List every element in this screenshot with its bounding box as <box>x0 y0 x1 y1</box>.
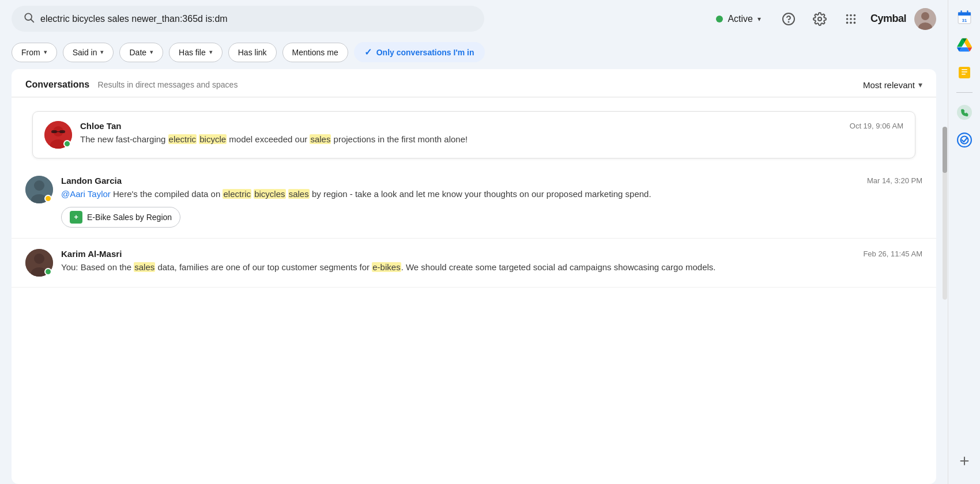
conv-name-1: Chloe Tan <box>80 121 121 131</box>
svg-point-10 <box>854 18 856 20</box>
right-sidebar: 31 <box>948 0 980 484</box>
svg-point-6 <box>850 14 852 16</box>
avatar-wrap-3 <box>25 249 53 277</box>
avatar-wrap-2 <box>25 176 53 203</box>
sort-label: Most relevant <box>863 80 915 90</box>
filter-from-button[interactable]: From ▾ <box>12 43 57 62</box>
grid-button[interactable] <box>839 7 862 31</box>
svg-rect-20 <box>51 130 57 133</box>
status-pill[interactable]: Active ▾ <box>708 10 769 28</box>
highlight-sales-1: sales <box>310 134 331 144</box>
conv-body-2: Landon Garcia Mar 14, 3:20 PM @Aari Tayl… <box>61 176 922 228</box>
conversation-item-2[interactable]: Landon Garcia Mar 14, 3:20 PM @Aari Tayl… <box>12 165 936 239</box>
sort-control[interactable]: Most relevant ▾ <box>863 80 922 90</box>
scrollbar-thumb[interactable] <box>943 127 947 173</box>
svg-rect-38 <box>962 74 966 75</box>
svg-point-39 <box>957 105 972 120</box>
sidebar-divider-1 <box>956 92 973 93</box>
filter-has-link-button[interactable]: Has link <box>228 43 277 62</box>
sidebar-drive-icon[interactable] <box>953 33 976 56</box>
avatar-status-3 <box>44 268 52 275</box>
results-section: Conversations Results in direct messages… <box>12 69 936 484</box>
results-header: Conversations Results in direct messages… <box>12 69 936 97</box>
filter-has-file-chevron-icon: ▾ <box>209 48 213 56</box>
svg-rect-21 <box>59 130 65 133</box>
sidebar-tasks-icon[interactable] <box>953 128 976 152</box>
highlight-bicycle-1: bicycle <box>199 134 227 144</box>
avatar-status-2 <box>44 195 52 202</box>
conv-message-2: @Aari Taylor Here's the compiled data on… <box>61 188 922 201</box>
filter-active-check-icon: ✓ <box>364 47 372 58</box>
conv-top-1: Chloe Tan Oct 19, 9:06 AM <box>80 121 903 131</box>
filter-date-chevron-icon: ▾ <box>150 48 153 56</box>
highlight-sales-2: sales <box>288 189 310 199</box>
scrollbar-track[interactable] <box>943 127 947 300</box>
settings-button[interactable] <box>808 7 831 31</box>
filter-has-link-label: Has link <box>238 48 267 57</box>
sidebar-keep-icon[interactable] <box>953 61 976 84</box>
results-title-area: Conversations Results in direct messages… <box>25 80 238 90</box>
svg-point-15 <box>921 12 929 20</box>
conv-top-2: Landon Garcia Mar 14, 3:20 PM <box>61 176 922 186</box>
search-bar[interactable]: electric bicycles sales newer_than:365d … <box>12 6 484 32</box>
filter-mentions-me-button[interactable]: Mentions me <box>282 43 348 62</box>
user-avatar[interactable] <box>914 8 936 30</box>
svg-point-12 <box>850 21 852 24</box>
conv-time-3: Feb 26, 11:45 AM <box>863 249 922 258</box>
svg-rect-35 <box>959 67 970 78</box>
svg-text:31: 31 <box>962 18 966 23</box>
svg-point-11 <box>846 21 849 24</box>
svg-point-27 <box>34 254 44 264</box>
avatar-status-1 <box>63 140 71 148</box>
filter-has-file-button[interactable]: Has file ▾ <box>169 43 223 62</box>
svg-point-3 <box>788 21 789 22</box>
filter-mentions-me-label: Mentions me <box>292 48 338 57</box>
conv-message-1: The new fast-charging electric bicycle m… <box>80 133 903 146</box>
sidebar-meet-icon[interactable] <box>953 101 976 124</box>
svg-rect-36 <box>962 69 967 70</box>
highlight-sales-3: sales <box>134 262 155 272</box>
help-button[interactable] <box>777 7 800 31</box>
svg-point-40 <box>958 133 971 147</box>
conv-message-3: You: Based on the sales data, families a… <box>61 261 922 274</box>
results-subtitle: Results in direct messages and spaces <box>98 80 238 89</box>
status-dot <box>716 16 723 22</box>
conv-top-3: Karim Al-Masri Feb 26, 11:45 AM <box>61 249 922 259</box>
conv-time-2: Mar 14, 3:20 PM <box>867 176 922 185</box>
avatar-wrap-1 <box>44 121 72 149</box>
sort-chevron-icon: ▾ <box>918 80 922 89</box>
sidebar-calendar-icon[interactable]: 31 <box>953 6 976 29</box>
svg-rect-37 <box>962 71 967 73</box>
status-chevron-icon: ▾ <box>757 15 761 23</box>
filter-said-in-label: Said in <box>73 48 97 57</box>
header: electric bicycles sales newer_than:365d … <box>0 0 948 37</box>
highlight-bicycles-2: bicycles <box>254 189 285 199</box>
conv-name-2: Landon Garcia <box>61 176 122 186</box>
search-icon <box>23 12 35 26</box>
filter-from-chevron-icon: ▾ <box>44 48 47 56</box>
highlight-electric-2: electric <box>223 189 251 199</box>
filter-conversations-im-in-button[interactable]: ✓ Only conversations I'm in <box>354 42 485 62</box>
filter-bar: From ▾ Said in ▾ Date ▾ Has file ▾ Has l… <box>0 37 948 69</box>
highlight-ebikes-3: e-bikes <box>372 262 401 272</box>
svg-point-7 <box>854 14 856 16</box>
results-title: Conversations <box>25 80 89 89</box>
status-label: Active <box>728 14 753 24</box>
conversation-item-1[interactable]: Chloe Tan Oct 19, 9:06 AM The new fast-c… <box>32 111 915 158</box>
svg-point-5 <box>846 14 849 16</box>
attachment-pill-ebike[interactable]: + E-Bike Sales by Region <box>61 207 180 228</box>
sidebar-add-button[interactable] <box>953 449 976 472</box>
mention-aari: @Aari Taylor <box>61 189 111 199</box>
svg-point-4 <box>818 17 821 21</box>
svg-point-9 <box>850 18 852 20</box>
conv-body-1: Chloe Tan Oct 19, 9:06 AM The new fast-c… <box>80 121 903 146</box>
svg-rect-31 <box>958 14 971 16</box>
conv-time-1: Oct 19, 9:06 AM <box>850 122 903 130</box>
filter-said-in-button[interactable]: Said in ▾ <box>63 43 114 62</box>
search-query-text: electric bicycles sales newer_than:365d … <box>40 14 473 24</box>
filter-date-label: Date <box>129 48 146 57</box>
filter-date-button[interactable]: Date ▾ <box>119 43 163 62</box>
conversation-item-3[interactable]: Karim Al-Masri Feb 26, 11:45 AM You: Bas… <box>12 239 936 288</box>
filter-said-in-chevron-icon: ▾ <box>100 48 104 56</box>
attachment-label-ebike: E-Bike Sales by Region <box>87 213 172 222</box>
